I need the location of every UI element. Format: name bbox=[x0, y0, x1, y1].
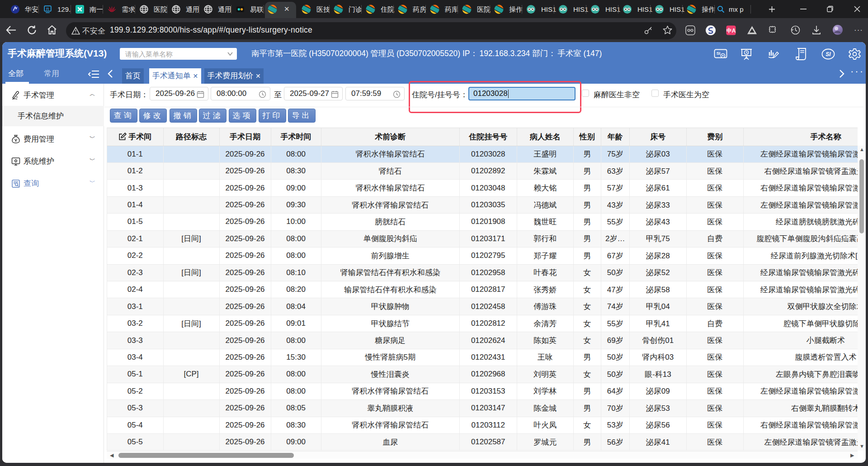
svg-text:中A: 中A bbox=[726, 28, 736, 34]
svg-text:SI: SI bbox=[717, 51, 721, 56]
svg-text:R: R bbox=[46, 6, 49, 11]
svg-text:SI: SI bbox=[826, 51, 831, 57]
